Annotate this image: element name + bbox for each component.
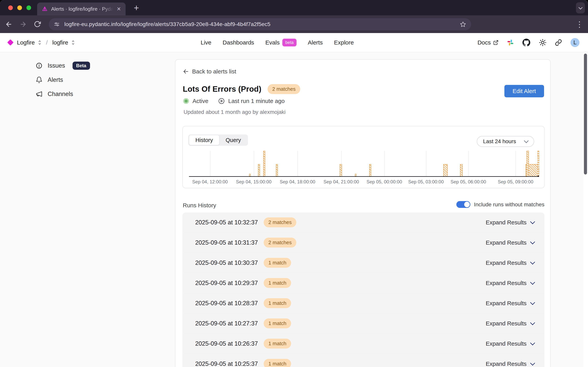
- run-matches-badge: 1 match: [264, 318, 291, 328]
- bookmark-star-icon[interactable]: [460, 21, 466, 27]
- forward-button[interactable]: [19, 21, 27, 28]
- chevron-down-icon: [530, 300, 535, 305]
- chart-gridline: [210, 151, 210, 176]
- last-run-label: Last run 1 minute ago: [228, 98, 285, 104]
- expand-results-label: Expand Results: [486, 280, 527, 286]
- share-link-icon[interactable]: [555, 39, 562, 46]
- expand-results-button[interactable]: Expand Results: [486, 259, 534, 266]
- run-timestamp: 2025-09-05 at 10:27:37: [195, 320, 258, 327]
- expand-results-label: Expand Results: [486, 300, 527, 307]
- nav-dashboards[interactable]: Dashboards: [223, 39, 254, 46]
- chart-tick-label: Sep 05, 03:00:00: [408, 179, 444, 184]
- chart-tick-label: Sep 04, 15:00:00: [236, 179, 272, 184]
- app-header: Logfire / logfire Live Dashboards Evals …: [0, 33, 588, 52]
- alert-title-row: Lots Of Errors (Prod) 2 matches: [183, 84, 300, 94]
- back-link-label: Back to alerts list: [192, 68, 236, 75]
- last-run-status: Last run 1 minute ago: [218, 98, 285, 104]
- browser-tab-strip: Alerts · logfire/logfire · Pydant ✕ +: [0, 0, 588, 15]
- browser-tab[interactable]: Alerts · logfire/logfire · Pydant ✕: [37, 2, 126, 15]
- project-name[interactable]: logfire: [52, 39, 68, 46]
- url-text[interactable]: logfire-eu.pydantic.info/logfire/logfire…: [64, 21, 455, 27]
- chart-bar: [369, 164, 371, 176]
- expand-results-button[interactable]: Expand Results: [486, 320, 534, 327]
- expand-results-button[interactable]: Expand Results: [486, 340, 534, 347]
- expand-results-button[interactable]: Expand Results: [486, 280, 534, 286]
- sidebar-item-channels[interactable]: Channels: [36, 90, 90, 98]
- time-range-select[interactable]: Last 24 hours: [477, 136, 534, 147]
- breadcrumb-separator: /: [46, 39, 48, 46]
- github-icon[interactable]: [522, 38, 530, 47]
- run-timestamp: 2025-09-05 at 10:28:37: [195, 300, 258, 307]
- sidebar: Issues Beta Alerts Channels: [36, 62, 90, 98]
- sidebar-issues-label: Issues: [48, 62, 65, 69]
- expand-results-button[interactable]: Expand Results: [486, 219, 534, 226]
- runs-list: 2025-09-05 at 10:32:37 2 matches Expand …: [182, 213, 545, 367]
- window-minimize-button[interactable]: [17, 5, 22, 10]
- reload-button[interactable]: [34, 21, 41, 28]
- window-zoom-button[interactable]: [26, 5, 31, 10]
- slack-icon[interactable]: [507, 39, 514, 46]
- nav-alerts[interactable]: Alerts: [308, 39, 323, 46]
- run-timestamp: 2025-09-05 at 10:32:37: [195, 219, 258, 226]
- user-avatar[interactable]: L: [571, 38, 579, 47]
- chevron-down-icon: [530, 340, 535, 345]
- history-chart-card: History Query Last 24 hours Sep 04, 12:0…: [182, 126, 545, 188]
- edit-alert-button[interactable]: Edit Alert: [504, 85, 544, 97]
- run-timestamp: 2025-09-05 at 10:30:37: [195, 259, 258, 266]
- back-to-alerts-link[interactable]: Back to alerts list: [183, 68, 236, 75]
- nav-live[interactable]: Live: [201, 39, 211, 46]
- chevron-down-icon: [578, 5, 582, 9]
- address-bar[interactable]: logfire-eu.pydantic.info/logfire/logfire…: [49, 18, 471, 30]
- run-timestamp: 2025-09-05 at 10:26:37: [195, 340, 258, 347]
- run-row: 2025-09-05 at 10:27:37 1 match Expand Re…: [182, 313, 545, 333]
- chart-tick-label: Sep 04, 12:00:00: [192, 179, 228, 184]
- expand-results-button[interactable]: Expand Results: [486, 361, 534, 367]
- browser-toolbar: logfire-eu.pydantic.info/logfire/logfire…: [0, 15, 588, 33]
- run-matches-badge: 2 matches: [264, 238, 296, 248]
- expand-results-label: Expand Results: [486, 361, 527, 367]
- project-selector-icon[interactable]: [71, 40, 75, 45]
- expand-results-label: Expand Results: [486, 219, 527, 226]
- sidebar-item-issues[interactable]: Issues Beta: [36, 62, 90, 70]
- expand-results-label: Expand Results: [486, 239, 527, 246]
- theme-toggle-sun-icon[interactable]: [539, 39, 546, 46]
- expand-results-label: Expand Results: [486, 320, 527, 327]
- chart-plot: [189, 151, 539, 177]
- active-status-label: Active: [193, 98, 208, 104]
- logfire-logo-icon: [7, 39, 14, 46]
- chevron-down-icon: [530, 259, 535, 264]
- chart-bar: [537, 151, 539, 176]
- run-row: 2025-09-05 at 10:30:37 1 match Expand Re…: [182, 252, 545, 273]
- window-close-button[interactable]: [8, 5, 13, 10]
- chart-bar: [276, 164, 278, 176]
- new-tab-button[interactable]: +: [134, 2, 139, 13]
- chart-bar: [249, 174, 251, 176]
- org-selector-icon[interactable]: [38, 40, 42, 45]
- chart-tabs: History Query: [188, 134, 248, 146]
- org-name[interactable]: Logfire: [17, 39, 35, 46]
- back-button[interactable]: [5, 21, 12, 28]
- sidebar-item-alerts[interactable]: Alerts: [36, 76, 90, 84]
- active-status: Active: [183, 98, 208, 104]
- tab-search-button[interactable]: [576, 2, 585, 13]
- include-runs-toggle-label: Include runs without matches: [474, 201, 545, 208]
- docs-link[interactable]: Docs: [477, 39, 499, 46]
- tab-history[interactable]: History: [189, 135, 219, 145]
- nav-explore[interactable]: Explore: [334, 39, 354, 46]
- chart-bar: [340, 164, 342, 176]
- run-row: 2025-09-05 at 10:32:37 2 matches Expand …: [182, 213, 545, 232]
- nav-evals[interactable]: Evals beta: [265, 39, 297, 46]
- include-runs-toggle[interactable]: [456, 201, 470, 208]
- scrollbar-thumb[interactable]: [584, 54, 587, 175]
- chevron-down-icon: [530, 219, 535, 224]
- browser-menu-icon[interactable]: ⋮: [576, 15, 583, 33]
- tab-close-icon[interactable]: ✕: [117, 6, 121, 11]
- expand-results-button[interactable]: Expand Results: [486, 239, 534, 246]
- alert-detail-card: Back to alerts list Lots Of Errors (Prod…: [175, 59, 551, 367]
- run-timestamp: 2025-09-05 at 10:25:37: [195, 360, 258, 367]
- tab-query[interactable]: Query: [219, 135, 247, 145]
- site-settings-icon[interactable]: [54, 21, 60, 27]
- expand-results-button[interactable]: Expand Results: [486, 300, 534, 307]
- run-row: 2025-09-05 at 10:26:37 1 match Expand Re…: [182, 333, 545, 353]
- scrollbar-track[interactable]: [583, 52, 588, 367]
